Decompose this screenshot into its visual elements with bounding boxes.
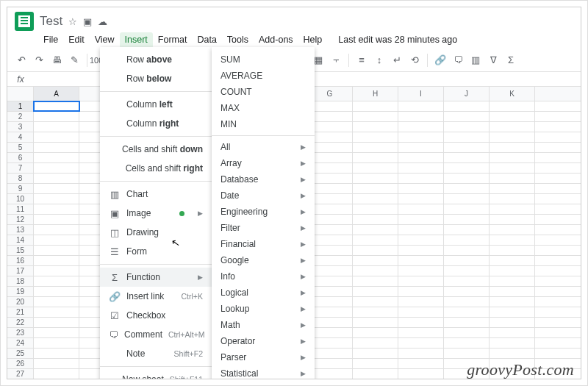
cell[interactable]	[34, 307, 79, 317]
cell[interactable]	[353, 101, 398, 111]
menu-chart[interactable]: ▥Chart	[100, 185, 212, 204]
cell[interactable]	[353, 307, 398, 317]
v-align-icon[interactable]: ↕	[373, 54, 386, 67]
cell[interactable]	[398, 215, 444, 224]
cell[interactable]	[353, 122, 398, 132]
cell[interactable]	[34, 287, 79, 296]
filter-icon[interactable]: ∇	[487, 54, 500, 67]
function-item-max[interactable]: MAX	[212, 100, 315, 116]
cell[interactable]	[353, 112, 398, 121]
insert-chart-icon[interactable]: ▥	[469, 54, 482, 67]
cell[interactable]	[34, 318, 79, 327]
cell[interactable]	[34, 215, 79, 224]
menu-edit[interactable]: Edit	[63, 32, 90, 49]
menu-addons[interactable]: Add-ons	[254, 32, 298, 49]
cell[interactable]	[490, 266, 535, 276]
menu-comment[interactable]: 🗨CommentCtrl+Alt+M	[100, 325, 212, 344]
cell[interactable]	[398, 328, 444, 337]
cell[interactable]	[398, 153, 444, 162]
function-item-sum[interactable]: SUM	[212, 51, 315, 68]
cell[interactable]	[444, 132, 490, 142]
row-header[interactable]: 13	[7, 225, 34, 235]
cell[interactable]	[398, 204, 444, 214]
cell[interactable]	[353, 276, 398, 286]
cell[interactable]	[444, 266, 490, 276]
menu-help[interactable]: Help	[298, 32, 328, 49]
cell[interactable]	[398, 101, 444, 111]
function-category-filter[interactable]: Filter▶	[212, 220, 315, 236]
function-category-parser[interactable]: Parser▶	[212, 349, 315, 365]
cell[interactable]	[34, 163, 79, 173]
cell[interactable]	[34, 297, 79, 307]
function-item-count[interactable]: COUNT	[212, 84, 315, 100]
cell[interactable]	[490, 276, 535, 286]
function-category-operator[interactable]: Operator▶	[212, 333, 315, 349]
cell[interactable]	[34, 276, 79, 286]
menu-view[interactable]: View	[90, 32, 120, 49]
row-header[interactable]: 20	[7, 297, 34, 307]
menu-row-above[interactable]: Row above	[100, 50, 212, 69]
menu-function[interactable]: ΣFunction▶	[100, 268, 212, 287]
cell[interactable]	[34, 194, 79, 204]
cell[interactable]	[398, 143, 444, 152]
row-header[interactable]: 6	[7, 153, 34, 162]
cell[interactable]	[34, 235, 79, 245]
row-header[interactable]: 8	[7, 174, 34, 183]
cell[interactable]	[353, 143, 398, 152]
cell[interactable]	[398, 369, 444, 379]
cell[interactable]	[34, 359, 79, 368]
cell[interactable]	[490, 349, 535, 358]
function-category-statistical[interactable]: Statistical▶	[212, 365, 315, 379]
cell[interactable]	[353, 318, 398, 327]
function-category-math[interactable]: Math▶	[212, 317, 315, 333]
cell[interactable]	[34, 349, 79, 358]
cell[interactable]	[444, 215, 490, 224]
functions-icon[interactable]: Σ	[504, 54, 517, 67]
cell[interactable]	[34, 184, 79, 193]
cell[interactable]	[34, 225, 79, 235]
menu-data[interactable]: Data	[192, 32, 221, 49]
cell[interactable]	[398, 297, 444, 307]
cell[interactable]	[353, 215, 398, 224]
function-category-lookup[interactable]: Lookup▶	[212, 301, 315, 317]
cell[interactable]	[444, 318, 490, 327]
column-header-K[interactable]: K	[490, 87, 535, 101]
cell[interactable]	[444, 369, 490, 379]
cell[interactable]	[34, 204, 79, 214]
cell[interactable]	[444, 204, 490, 214]
cell[interactable]	[490, 112, 535, 121]
menu-note[interactable]: NoteShift+F2	[100, 344, 212, 363]
cell[interactable]	[490, 256, 535, 265]
cell[interactable]	[353, 204, 398, 214]
cell[interactable]	[490, 101, 535, 111]
wrap-icon[interactable]: ↵	[390, 54, 404, 67]
cell[interactable]	[34, 338, 79, 348]
cell[interactable]	[490, 225, 535, 235]
cell[interactable]	[353, 174, 398, 183]
column-header-A[interactable]: A	[34, 87, 79, 101]
paint-format-icon[interactable]: ✎	[68, 54, 81, 67]
cell[interactable]	[398, 256, 444, 265]
cell[interactable]	[353, 359, 398, 368]
row-header[interactable]: 15	[7, 246, 34, 255]
cell[interactable]	[444, 276, 490, 286]
cell[interactable]	[490, 287, 535, 296]
row-header[interactable]: 9	[7, 184, 34, 193]
insert-comment-icon[interactable]: 🗨	[451, 54, 465, 67]
cell[interactable]	[444, 297, 490, 307]
cell[interactable]	[353, 287, 398, 296]
cell[interactable]	[34, 266, 79, 276]
function-category-database[interactable]: Database▶	[212, 171, 315, 187]
cell[interactable]	[353, 184, 398, 193]
row-header[interactable]: 11	[7, 204, 34, 214]
cell[interactable]	[444, 307, 490, 317]
cell[interactable]	[398, 276, 444, 286]
cell[interactable]	[490, 204, 535, 214]
cell[interactable]	[34, 246, 79, 255]
cell[interactable]	[34, 112, 79, 121]
cell[interactable]	[353, 153, 398, 162]
row-header[interactable]: 25	[7, 349, 34, 358]
cell[interactable]	[398, 338, 444, 348]
undo-icon[interactable]: ↶	[15, 54, 28, 67]
cell[interactable]	[444, 287, 490, 296]
